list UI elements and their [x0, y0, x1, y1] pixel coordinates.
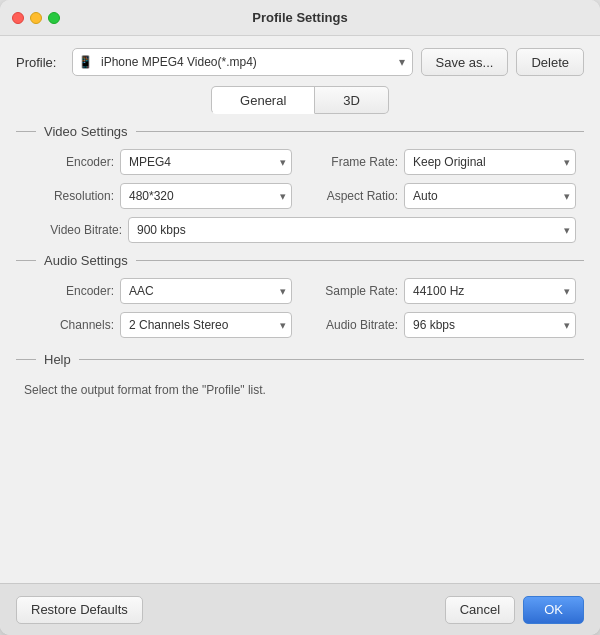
video-settings-title: Video Settings: [44, 124, 128, 139]
window-title: Profile Settings: [252, 10, 347, 25]
video-fields-grid: Encoder: MPEG4 Frame Rate: Keep Original: [16, 149, 584, 209]
audio-bitrate-label: Audio Bitrate:: [308, 318, 398, 332]
aspect-ratio-select-wrapper: Auto: [404, 183, 576, 209]
profile-row: Profile: iPhone MPEG4 Video(*.mp4) Save …: [16, 48, 584, 76]
profile-select-wrapper: iPhone MPEG4 Video(*.mp4): [72, 48, 413, 76]
encoder-field: Encoder: MPEG4: [24, 149, 292, 175]
audio-section-line-right: [136, 260, 584, 261]
frame-rate-select[interactable]: Keep Original: [404, 149, 576, 175]
aspect-ratio-label: Aspect Ratio:: [308, 189, 398, 203]
encoder-label: Encoder:: [24, 155, 114, 169]
audio-encoder-select-wrapper: AAC: [120, 278, 292, 304]
tab-general[interactable]: General: [211, 86, 315, 114]
encoder-select-wrapper: MPEG4: [120, 149, 292, 175]
sample-rate-field: Sample Rate: 44100 Hz: [308, 278, 576, 304]
section-line-left: [16, 131, 36, 132]
profile-settings-window: Profile Settings Profile: iPhone MPEG4 V…: [0, 0, 600, 635]
ok-button[interactable]: OK: [523, 596, 584, 624]
frame-rate-select-wrapper: Keep Original: [404, 149, 576, 175]
resolution-select-wrapper: 480*320: [120, 183, 292, 209]
aspect-ratio-field: Aspect Ratio: Auto: [308, 183, 576, 209]
audio-bitrate-select-wrapper: 96 kbps: [404, 312, 576, 338]
restore-defaults-button[interactable]: Restore Defaults: [16, 596, 143, 624]
profile-select[interactable]: iPhone MPEG4 Video(*.mp4): [72, 48, 413, 76]
resolution-field: Resolution: 480*320: [24, 183, 292, 209]
help-section-line-left: [16, 359, 36, 360]
minimize-button[interactable]: [30, 12, 42, 24]
tab-3d[interactable]: 3D: [315, 86, 389, 114]
audio-encoder-field: Encoder: AAC: [24, 278, 292, 304]
audio-settings-title: Audio Settings: [44, 253, 128, 268]
close-button[interactable]: [12, 12, 24, 24]
audio-encoder-label: Encoder:: [24, 284, 114, 298]
video-bitrate-field: Video Bitrate: 900 kbps: [16, 209, 584, 243]
audio-section-line-left: [16, 260, 36, 261]
section-line-right: [136, 131, 584, 132]
bottom-bar: Restore Defaults Cancel OK: [0, 583, 600, 635]
audio-settings-header: Audio Settings: [16, 253, 584, 268]
video-bitrate-label: Video Bitrate:: [32, 223, 122, 237]
help-title: Help: [44, 352, 71, 367]
video-settings-header: Video Settings: [16, 124, 584, 139]
channels-select-wrapper: 2 Channels Stereo: [120, 312, 292, 338]
audio-encoder-select[interactable]: AAC: [120, 278, 292, 304]
video-bitrate-select-wrapper: 900 kbps: [128, 217, 576, 243]
tabs-row: General 3D: [16, 86, 584, 114]
aspect-ratio-select[interactable]: Auto: [404, 183, 576, 209]
frame-rate-label: Frame Rate:: [308, 155, 398, 169]
video-bitrate-select[interactable]: 900 kbps: [128, 217, 576, 243]
video-settings-section: Video Settings Encoder: MPEG4 Frame Rate…: [16, 124, 584, 243]
sample-rate-label: Sample Rate:: [308, 284, 398, 298]
help-section: Help Select the output format from the "…: [16, 352, 584, 403]
channels-select[interactable]: 2 Channels Stereo: [120, 312, 292, 338]
maximize-button[interactable]: [48, 12, 60, 24]
titlebar: Profile Settings: [0, 0, 600, 36]
resolution-select[interactable]: 480*320: [120, 183, 292, 209]
help-section-line-right: [79, 359, 584, 360]
frame-rate-field: Frame Rate: Keep Original: [308, 149, 576, 175]
profile-label: Profile:: [16, 55, 64, 70]
channels-label: Channels:: [24, 318, 114, 332]
delete-button[interactable]: Delete: [516, 48, 584, 76]
channels-field: Channels: 2 Channels Stereo: [24, 312, 292, 338]
encoder-select[interactable]: MPEG4: [120, 149, 292, 175]
audio-fields-grid: Encoder: AAC Sample Rate: 44100 Hz: [16, 278, 584, 338]
resolution-label: Resolution:: [24, 189, 114, 203]
main-content: Profile: iPhone MPEG4 Video(*.mp4) Save …: [0, 36, 600, 583]
sample-rate-select-wrapper: 44100 Hz: [404, 278, 576, 304]
sample-rate-select[interactable]: 44100 Hz: [404, 278, 576, 304]
traffic-lights: [12, 12, 60, 24]
help-text: Select the output format from the "Profi…: [16, 377, 584, 403]
audio-bitrate-field: Audio Bitrate: 96 kbps: [308, 312, 576, 338]
audio-bitrate-select[interactable]: 96 kbps: [404, 312, 576, 338]
cancel-button[interactable]: Cancel: [445, 596, 515, 624]
audio-settings-section: Audio Settings Encoder: AAC Sample Rate:: [16, 253, 584, 338]
save-as-button[interactable]: Save as...: [421, 48, 509, 76]
help-header: Help: [16, 352, 584, 367]
